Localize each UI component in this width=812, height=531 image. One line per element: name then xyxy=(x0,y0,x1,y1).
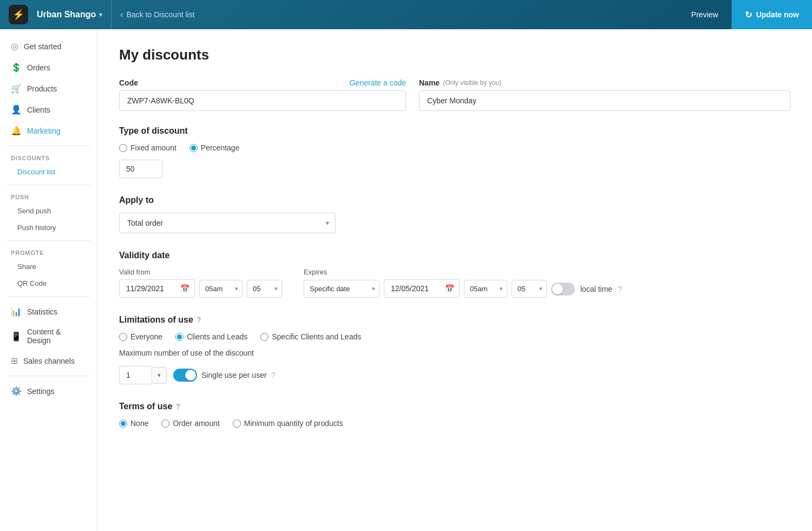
sidebar-item-orders[interactable]: 💲 Orders xyxy=(0,57,97,78)
push-section-label: PUSH xyxy=(0,189,97,202)
sidebar-item-share[interactable]: Share xyxy=(0,258,97,275)
radio-everyone-input[interactable] xyxy=(119,333,127,341)
max-use-input[interactable] xyxy=(119,366,152,384)
name-header: Name (Only visible by you) xyxy=(419,78,790,87)
expires-type-select[interactable]: Specific date Never xyxy=(304,280,379,298)
radio-fixed-input[interactable] xyxy=(119,144,127,152)
app-name-button[interactable]: Urban Shango ▾ xyxy=(37,10,102,19)
radio-terms-order-input[interactable] xyxy=(161,419,169,428)
terms-radio-group: None Order amount Minimum quantity of pr… xyxy=(119,419,790,428)
sidebar-item-statistics[interactable]: 📊 Statistics xyxy=(0,301,97,322)
limitations-help-icon[interactable]: ? xyxy=(197,316,201,324)
terms-help-icon[interactable]: ? xyxy=(175,402,180,411)
local-time-toggle[interactable] xyxy=(551,283,575,296)
expire-min-wrap: 0510152030 ▾ xyxy=(512,280,547,298)
radio-percentage[interactable]: Percentage xyxy=(189,143,240,152)
page-title: My discounts xyxy=(119,47,790,63)
preview-button[interactable]: Preview xyxy=(678,0,732,29)
type-of-discount-title: Type of discount xyxy=(119,126,790,136)
single-use-toggle[interactable] xyxy=(173,369,197,382)
expire-min-select[interactable]: 0510152030 xyxy=(512,280,547,298)
limitations-section: Limitations of use ? Everyone Clients an… xyxy=(119,315,790,384)
expires-label: Expires xyxy=(304,268,622,276)
refresh-icon: ↻ xyxy=(745,10,752,20)
discount-value-input[interactable] xyxy=(119,160,162,178)
single-use-help-icon[interactable]: ? xyxy=(271,371,276,379)
radio-everyone[interactable]: Everyone xyxy=(119,332,162,341)
sidebar-item-settings[interactable]: ⚙️ Settings xyxy=(0,381,97,402)
max-use-label: Maximum number of use of the discount xyxy=(119,349,790,357)
sidebar-item-products[interactable]: 🛒 Products xyxy=(0,78,97,99)
grid-icon: ⊞ xyxy=(11,356,18,366)
expire-date-wrap: 📅 xyxy=(384,279,460,298)
valid-from-label: Valid from xyxy=(119,268,282,276)
limitations-radio-group: Everyone Clients and Leads Specific Clie… xyxy=(119,332,790,341)
radio-specific-input[interactable] xyxy=(260,333,269,341)
radio-terms-quantity-input[interactable] xyxy=(233,419,241,428)
back-arrow-icon: ‹ xyxy=(120,10,123,19)
radio-clients-leads-input[interactable] xyxy=(175,333,184,341)
generate-code-link[interactable]: Generate a code xyxy=(350,78,406,87)
valid-from-date-input[interactable] xyxy=(119,279,195,298)
radio-percentage-input[interactable] xyxy=(189,144,198,152)
expire-time-wrap: 05am06am07am08am ▾ xyxy=(464,280,507,298)
validity-date-section: Validity date Valid from 📅 05am06am07am0… xyxy=(119,251,790,298)
expire-date-input[interactable] xyxy=(384,279,460,298)
max-use-dropdown-button[interactable]: ▾ xyxy=(152,367,167,384)
name-column: Name (Only visible by you) xyxy=(419,78,790,111)
type-of-discount-section: Type of discount Fixed amount Percentage xyxy=(119,126,790,178)
chart-icon: 📊 xyxy=(11,306,22,317)
sidebar-item-marketing[interactable]: 🔔 Marketing xyxy=(0,120,97,141)
sidebar-item-qr-code[interactable]: QR Code xyxy=(0,275,97,292)
sidebar-item-content-design[interactable]: 📱 Content & Design xyxy=(0,322,97,350)
radio-specific-clients[interactable]: Specific Clients and Leads xyxy=(260,332,361,341)
expires-date-row: Specific date Never ▾ 📅 05am06am07am08am xyxy=(304,279,622,298)
validity-date-title: Validity date xyxy=(119,251,790,260)
check-circle-icon: ◎ xyxy=(11,41,18,51)
valid-from-min-wrap: 0510152030 ▾ xyxy=(247,280,282,298)
sidebar-item-send-push[interactable]: Send push xyxy=(0,202,97,219)
sidebar-item-get-started[interactable]: ◎ Get started xyxy=(0,36,97,57)
limitations-title: Limitations of use ? xyxy=(119,315,790,325)
expires-group: Expires Specific date Never ▾ 📅 xyxy=(304,268,622,298)
radio-terms-order[interactable]: Order amount xyxy=(161,419,219,428)
help-icon[interactable]: ? xyxy=(618,285,622,293)
name-input[interactable] xyxy=(419,90,790,111)
expire-time-select[interactable]: 05am06am07am08am xyxy=(464,280,507,298)
expires-type-wrap: Specific date Never ▾ xyxy=(304,280,379,298)
sidebar-item-push-history[interactable]: Push history xyxy=(0,219,97,236)
back-to-discount-list-button[interactable]: ‹ Back to Discount list xyxy=(111,0,203,29)
radio-terms-none[interactable]: None xyxy=(119,419,148,428)
discount-type-radio-group: Fixed amount Percentage xyxy=(119,143,790,152)
valid-from-time-select[interactable]: 05am06am07am08am xyxy=(199,280,243,298)
sidebar-item-sales-channels[interactable]: ⊞ Sales channels xyxy=(0,350,97,371)
radio-terms-quantity[interactable]: Minimum quantity of products xyxy=(233,419,343,428)
valid-from-time-wrap: 05am06am07am08am ▾ xyxy=(199,280,243,298)
apply-to-select-wrap: Total order Specific products Specific c… xyxy=(119,213,336,233)
sidebar-item-clients[interactable]: 👤 Clients xyxy=(0,99,97,120)
cart-icon: 🛒 xyxy=(11,83,22,94)
radio-terms-none-input[interactable] xyxy=(119,419,127,428)
gear-icon: ⚙️ xyxy=(11,386,22,396)
chevron-down-icon: ▾ xyxy=(99,11,102,18)
local-time-toggle-wrap: local time ? xyxy=(551,283,622,296)
radio-fixed-amount[interactable]: Fixed amount xyxy=(119,143,176,152)
valid-from-min-select[interactable]: 0510152030 xyxy=(247,280,282,298)
max-use-row: ▾ Single use per user ? xyxy=(119,366,790,384)
code-header: Code Generate a code xyxy=(119,78,406,87)
code-input[interactable] xyxy=(119,90,406,111)
terms-of-use-section: Terms of use ? None Order amount Minimum… xyxy=(119,402,790,428)
radio-clients-leads[interactable]: Clients and Leads xyxy=(175,332,247,341)
person-icon: 👤 xyxy=(11,104,22,115)
app-logo: ⚡ xyxy=(9,5,28,24)
mobile-icon: 📱 xyxy=(11,331,22,342)
bell-icon: 🔔 xyxy=(11,126,22,136)
sidebar-item-discount-list[interactable]: Discount list xyxy=(0,163,97,180)
valid-from-date-wrap: 📅 xyxy=(119,279,195,298)
discounts-section-label: DISCOUNTS xyxy=(0,150,97,163)
apply-to-select[interactable]: Total order Specific products Specific c… xyxy=(119,213,336,233)
sidebar: ◎ Get started 💲 Orders 🛒 Products 👤 Clie… xyxy=(0,29,97,531)
dollar-icon: 💲 xyxy=(11,62,22,73)
max-use-input-wrap: ▾ xyxy=(119,366,167,384)
update-now-button[interactable]: ↻ Update now xyxy=(732,0,812,29)
